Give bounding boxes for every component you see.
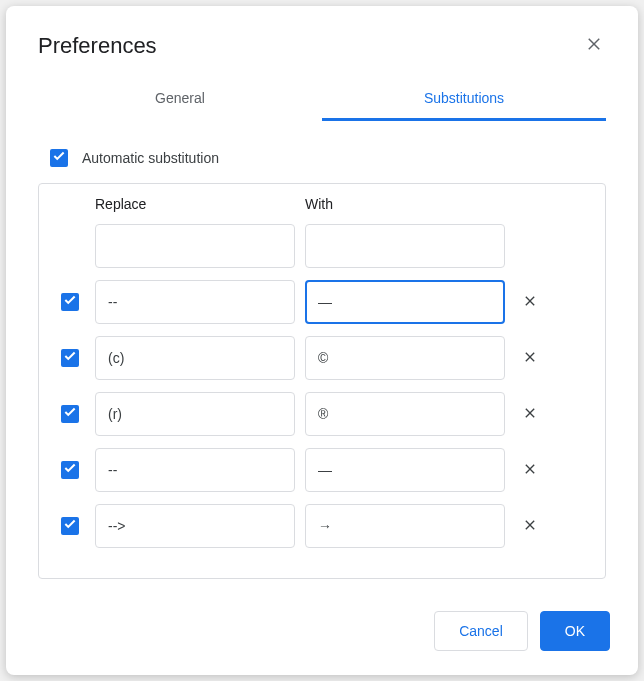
rows-container <box>55 218 589 554</box>
row-checkbox-container <box>55 461 85 479</box>
checkmark-icon <box>63 293 77 311</box>
replace-input[interactable] <box>95 336 295 380</box>
substitution-table: Replace With <box>38 183 606 579</box>
checkmark-icon <box>63 349 77 367</box>
replace-input[interactable] <box>95 280 295 324</box>
table-row <box>55 498 589 554</box>
content-area: Automatic substitution Replace With <box>6 121 638 591</box>
table-row <box>55 274 589 330</box>
checkmark-icon <box>63 517 77 535</box>
row-checkbox[interactable] <box>61 349 79 367</box>
table-scroll[interactable]: Replace With <box>39 184 605 578</box>
table-headers: Replace With <box>55 196 589 218</box>
close-icon <box>522 459 538 482</box>
close-icon <box>522 403 538 426</box>
with-input[interactable] <box>305 336 505 380</box>
delete-row-button[interactable] <box>515 399 545 429</box>
row-checkbox-container <box>55 349 85 367</box>
with-input[interactable] <box>305 280 505 324</box>
with-input[interactable] <box>305 448 505 492</box>
close-button[interactable] <box>578 30 610 62</box>
tab-general[interactable]: General <box>38 78 322 121</box>
with-input[interactable] <box>305 392 505 436</box>
dialog-title: Preferences <box>38 33 157 59</box>
row-checkbox[interactable] <box>61 405 79 423</box>
close-icon <box>522 291 538 314</box>
cancel-button[interactable]: Cancel <box>434 611 528 651</box>
table-row <box>55 386 589 442</box>
replace-input[interactable] <box>95 504 295 548</box>
table-row <box>55 442 589 498</box>
with-input[interactable] <box>305 224 505 268</box>
table-row <box>55 330 589 386</box>
replace-input[interactable] <box>95 224 295 268</box>
row-checkbox-container <box>55 293 85 311</box>
auto-substitution-label: Automatic substitution <box>82 150 219 166</box>
preferences-dialog: Preferences General Substitutions Au <box>6 6 638 675</box>
row-checkbox[interactable] <box>61 293 79 311</box>
dialog-header: Preferences <box>6 6 638 78</box>
close-icon <box>585 35 603 58</box>
auto-substitution-row: Automatic substitution <box>38 141 606 183</box>
auto-substitution-checkbox[interactable] <box>50 149 68 167</box>
close-icon <box>522 347 538 370</box>
row-checkbox-container <box>55 517 85 535</box>
row-checkbox[interactable] <box>61 461 79 479</box>
delete-row-button[interactable] <box>515 455 545 485</box>
table-row <box>55 218 589 274</box>
dialog-footer: Cancel OK <box>6 591 638 675</box>
delete-row-button[interactable] <box>515 287 545 317</box>
with-input[interactable] <box>305 504 505 548</box>
replace-input[interactable] <box>95 392 295 436</box>
close-icon <box>522 515 538 538</box>
header-checkbox-spacer <box>55 196 85 212</box>
row-checkbox[interactable] <box>61 517 79 535</box>
row-checkbox-container <box>55 405 85 423</box>
delete-row-button[interactable] <box>515 511 545 541</box>
delete-row-button[interactable] <box>515 343 545 373</box>
checkmark-icon <box>63 461 77 479</box>
replace-input[interactable] <box>95 448 295 492</box>
tabs: General Substitutions <box>6 78 638 121</box>
checkmark-icon <box>52 149 66 167</box>
header-replace: Replace <box>95 196 295 212</box>
tab-substitutions[interactable]: Substitutions <box>322 78 606 121</box>
checkmark-icon <box>63 405 77 423</box>
ok-button[interactable]: OK <box>540 611 610 651</box>
header-with: With <box>305 196 505 212</box>
